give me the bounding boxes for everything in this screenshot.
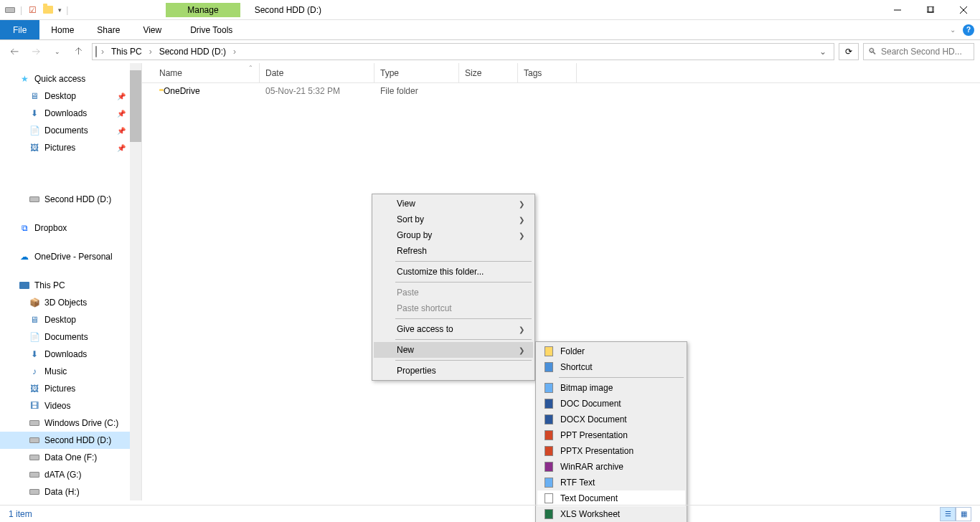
sidebar-quick-access[interactable]: ★Quick access — [0, 70, 141, 87]
column-tags[interactable]: Tags — [518, 63, 577, 82]
download-icon: ⬇ — [29, 108, 40, 119]
sidebar-this-pc[interactable]: This PC — [0, 277, 141, 294]
new-doc-document[interactable]: DOC Document — [537, 396, 685, 412]
new-pptx-presentation[interactable]: PPTX Presentation — [537, 443, 685, 459]
menu-paste: Paste — [374, 285, 533, 300]
properties-icon[interactable]: ☑ — [27, 4, 38, 16]
status-bar: 1 item ☰ ▦ — [0, 505, 980, 522]
file-type-icon — [543, 346, 555, 357]
up-button[interactable]: 🡡 — [70, 43, 88, 60]
chevron-right-icon[interactable]: › — [232, 47, 237, 57]
menu-give-access[interactable]: Give access to❯ — [374, 321, 533, 337]
file-type-icon — [543, 382, 555, 394]
file-type-icon — [543, 430, 555, 441]
context-menu: View❯ Sort by❯ Group by❯ Refresh Customi… — [372, 194, 535, 381]
back-button[interactable]: 🡠 — [6, 43, 23, 60]
navigation-bar: 🡠 🡢 ⌄ 🡡 › This PC › Second HDD (D:) › ⌄ … — [0, 40, 980, 63]
sidebar-scrollbar[interactable] — [130, 63, 141, 500]
menu-sort-by[interactable]: Sort by❯ — [374, 212, 533, 227]
tab-view[interactable]: View — [131, 20, 173, 39]
sidebar-item-second-hdd-d-[interactable]: Second HDD (D:) — [0, 432, 141, 449]
new-rtf-text[interactable]: RTF Text — [537, 475, 685, 490]
sidebar-item-data-g-[interactable]: dATA (G:) — [0, 466, 141, 483]
sidebar-item-downloads[interactable]: ⬇Downloads — [0, 346, 141, 363]
column-type[interactable]: Type — [374, 63, 459, 82]
folder-icon[interactable] — [42, 4, 54, 16]
new-folder[interactable]: Folder — [537, 343, 685, 359]
new-winrar-archive[interactable]: WinRAR archive — [537, 459, 685, 475]
sidebar-item-pictures[interactable]: 🖼Pictures — [0, 380, 141, 397]
refresh-button[interactable]: ⟳ — [839, 43, 859, 60]
menu-properties[interactable]: Properties — [374, 363, 533, 379]
new-docx-document[interactable]: DOCX Document — [537, 412, 685, 427]
thumbnails-view-button[interactable]: ▦ — [956, 507, 971, 521]
address-bar[interactable]: › This PC › Second HDD (D:) › ⌄ — [92, 43, 834, 60]
sidebar-dropbox[interactable]: ⧉Dropbox — [0, 219, 141, 237]
recent-dropdown-icon[interactable]: ⌄ — [49, 43, 66, 60]
sidebar-item-music[interactable]: ♪Music — [0, 363, 141, 380]
address-dropdown-icon[interactable]: ⌄ — [815, 47, 831, 57]
new-ppt-presentation[interactable]: PPT Presentation — [537, 427, 685, 443]
folder-icon: 🖼 — [29, 383, 40, 394]
minimize-button[interactable] — [881, 0, 914, 20]
qat-dropdown-icon[interactable]: ▾ — [58, 6, 62, 14]
sidebar-onedrive[interactable]: ☁OneDrive - Personal — [0, 248, 141, 265]
chevron-right-icon[interactable]: › — [148, 47, 154, 57]
contextual-tab-manage[interactable]: Manage — [166, 3, 240, 17]
sidebar-item-data-h-[interactable]: Data (H:) — [0, 483, 141, 500]
column-name[interactable]: Name⌃ — [154, 63, 260, 82]
sidebar-item-second-hdd-qa[interactable]: Second HDD (D:) — [0, 191, 141, 208]
sidebar-item-desktop[interactable]: 🖥Desktop📌 — [0, 87, 141, 105]
menu-refresh[interactable]: Refresh — [374, 243, 533, 259]
picture-icon: 🖼 — [29, 142, 40, 153]
close-button[interactable] — [947, 0, 980, 20]
details-view-button[interactable]: ☰ — [940, 507, 956, 521]
menu-new[interactable]: New❯ — [374, 342, 533, 358]
sidebar-item-pictures[interactable]: 🖼Pictures📌 — [0, 139, 141, 156]
svg-rect-2 — [928, 6, 934, 12]
new-submenu: FolderShortcutBitmap imageDOC DocumentDO… — [535, 341, 687, 522]
menu-group-by[interactable]: Group by❯ — [374, 227, 533, 243]
qat-separator: | — [66, 5, 68, 15]
column-date[interactable]: Date — [260, 63, 374, 82]
sidebar-item-documents[interactable]: 📄Documents📌 — [0, 122, 141, 139]
new-bitmap-image[interactable]: Bitmap image — [537, 380, 685, 396]
column-size[interactable]: Size — [459, 63, 518, 82]
sidebar-item-3d-objects[interactable]: 📦3D Objects — [0, 294, 141, 311]
file-type-icon — [543, 461, 555, 473]
sidebar-item-desktop[interactable]: 🖥Desktop — [0, 311, 141, 328]
new-text-document[interactable]: Text Document — [537, 490, 685, 506]
tab-drive-tools[interactable]: Drive Tools — [179, 20, 244, 39]
tab-file[interactable]: File — [0, 20, 39, 39]
menu-separator — [395, 360, 532, 361]
maximize-button[interactable] — [914, 0, 947, 20]
sidebar-item-documents[interactable]: 📄Documents — [0, 328, 141, 346]
tab-home[interactable]: Home — [39, 20, 85, 39]
breadcrumb-current[interactable]: Second HDD (D:) — [156, 47, 229, 57]
sidebar-item-data-one-f-[interactable]: Data One (F:) — [0, 449, 141, 466]
pin-icon: 📌 — [117, 110, 126, 118]
sort-asc-icon: ⌃ — [248, 65, 253, 71]
help-icon[interactable]: ? — [963, 24, 974, 36]
file-name: OneDrive — [164, 86, 200, 96]
scrollbar-thumb[interactable] — [130, 70, 141, 142]
pin-icon: 📌 — [117, 127, 126, 135]
file-type-icon — [543, 477, 555, 488]
search-input[interactable]: 🔍︎ Search Second HD... — [863, 43, 974, 60]
menu-separator — [559, 377, 684, 378]
menu-view[interactable]: View❯ — [374, 196, 533, 212]
file-type-icon — [543, 414, 555, 425]
sidebar-item-videos[interactable]: 🎞Videos — [0, 397, 141, 414]
breadcrumb-this-pc[interactable]: This PC — [108, 47, 145, 57]
sidebar-item-windows-drive-c-[interactable]: Windows Drive (C:) — [0, 414, 141, 432]
dropbox-icon: ⧉ — [19, 222, 30, 234]
chevron-right-icon[interactable]: › — [100, 47, 105, 57]
sidebar-item-downloads[interactable]: ⬇Downloads📌 — [0, 105, 141, 122]
cloud-icon: ☁ — [19, 251, 30, 262]
tab-share[interactable]: Share — [85, 20, 131, 39]
menu-customize[interactable]: Customize this folder... — [374, 264, 533, 280]
file-row[interactable]: OneDrive 05-Nov-21 5:32 PM File folder — [142, 83, 980, 99]
ribbon-expand-icon[interactable]: ⌄ — [950, 26, 956, 34]
forward-button[interactable]: 🡢 — [27, 43, 44, 60]
new-shortcut[interactable]: Shortcut — [537, 359, 685, 375]
